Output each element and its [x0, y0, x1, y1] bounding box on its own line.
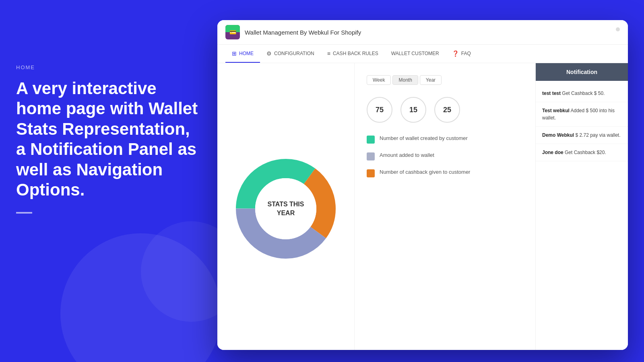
month-filter-btn[interactable]: Month: [392, 75, 418, 85]
notif-user-3: Demo Webkul: [542, 132, 574, 138]
notification-panel: Notification test test Get Cashback $ 50…: [535, 63, 628, 350]
home-icon: ⊞: [232, 50, 237, 57]
nav-item-cashback-rules[interactable]: ≡ CASH BACK RULES: [321, 45, 385, 63]
donut-chart: STATS THIS YEAR: [229, 152, 342, 265]
stat-circles: 75 15 25: [367, 97, 523, 123]
title-bar: 💳 Wallet Management By Webkul For Shopif…: [217, 20, 628, 45]
app-window: 💳 Wallet Management By Webkul For Shopif…: [217, 20, 628, 350]
legend-dot-orange: [367, 169, 375, 177]
app-logo: 💳: [225, 25, 240, 39]
notif-item-4: Jone doe Get Cashback $20.: [536, 144, 628, 161]
stat-circle-3: 25: [434, 97, 460, 123]
cashback-icon: ≡: [327, 50, 330, 57]
home-label: HOME: [16, 64, 201, 70]
legend-item-3: Number of cashback given to customer: [367, 169, 523, 177]
left-panel: HOME A very interactive home page with W…: [16, 64, 201, 214]
legend-item-1: Number of wallet created by customer: [367, 135, 523, 144]
nav-item-home[interactable]: ⊞ HOME: [225, 45, 260, 63]
legend-label-3: Number of cashback given to customer: [380, 169, 470, 176]
app-title: Wallet Management By Webkul For Shopify: [245, 29, 361, 36]
nav-bar: ⊞ HOME ⚙ CONFIGURATION ≡ CASH BACK RULES…: [217, 45, 628, 63]
faq-icon: ❓: [452, 50, 459, 57]
stat-circle-2: 15: [400, 97, 426, 123]
notif-user-4: Jone doe: [542, 150, 564, 155]
time-filters: Week Month Year: [367, 75, 523, 85]
notif-item-2: Test webkul Added $ 500 into his wallet.: [536, 102, 628, 127]
nav-item-configuration[interactable]: ⚙ CONFIGURATION: [260, 45, 321, 63]
chart-section: STATS THIS YEAR: [217, 63, 354, 350]
legend-dot-teal: [367, 136, 375, 144]
legend-dot-gray: [367, 152, 375, 160]
notification-list: test test Get Cashback $ 50. Test webkul…: [536, 81, 628, 165]
notification-header: Notification: [536, 63, 628, 81]
legend: Number of wallet created by customer Amo…: [367, 135, 523, 177]
headline: A very interactive home page with Wallet…: [16, 78, 201, 200]
chart-center-text: STATS THIS YEAR: [268, 200, 304, 218]
notif-user-2: Test webkul: [542, 108, 570, 113]
legend-label-2: Amount added to wallet: [380, 152, 434, 159]
nav-item-faq[interactable]: ❓ FAQ: [446, 45, 477, 63]
stats-section: Week Month Year 75 15 25 Number of walle…: [354, 63, 535, 350]
notif-item-1: test test Get Cashback $ 50.: [536, 85, 628, 102]
divider: [16, 212, 32, 214]
legend-label-1: Number of wallet created by customer: [380, 135, 468, 142]
configuration-icon: ⚙: [266, 50, 272, 57]
nav-item-wallet-customer[interactable]: WALLET CUSTOMER: [385, 45, 446, 63]
stat-circle-1: 75: [367, 97, 392, 123]
window-controls: [616, 27, 620, 31]
main-content: STATS THIS YEAR Week Month Year 75 15 25…: [217, 63, 628, 350]
notif-user-1: test test: [542, 90, 561, 96]
year-filter-btn[interactable]: Year: [420, 75, 442, 85]
legend-item-2: Amount added to wallet: [367, 152, 523, 160]
notif-item-3: Demo Webkul $ 2.72 pay via wallet.: [536, 127, 628, 144]
week-filter-btn[interactable]: Week: [367, 75, 391, 85]
